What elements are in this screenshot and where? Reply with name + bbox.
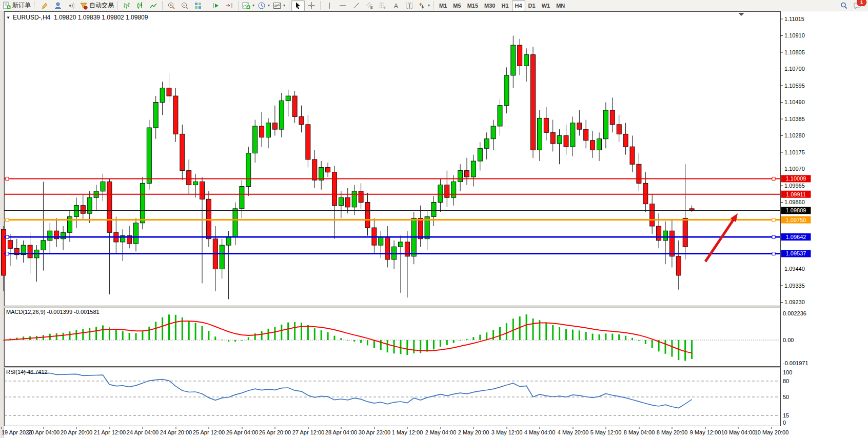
candle <box>445 185 449 197</box>
candle <box>140 183 145 223</box>
candle <box>438 185 443 202</box>
arrows-icon <box>418 2 426 10</box>
cursor-tool-button[interactable] <box>291 0 305 11</box>
candle <box>676 256 681 275</box>
horizontal-line-tool-button[interactable] <box>336 0 349 11</box>
candle <box>292 96 297 116</box>
svg-text:3 May 12:00: 3 May 12:00 <box>491 429 523 435</box>
crosshair-tool-button[interactable] <box>305 0 318 11</box>
highlighter-button[interactable] <box>38 0 51 11</box>
zoom-out-icon <box>181 2 189 10</box>
candle <box>332 172 337 206</box>
timeframe-h4-button[interactable]: H4 <box>512 0 525 11</box>
timeframe-m1-button[interactable]: M1 <box>436 0 450 11</box>
trendline-tool-button[interactable] <box>349 0 363 11</box>
timeframe-h1-button[interactable]: H1 <box>498 0 511 11</box>
candle <box>87 197 92 213</box>
svg-text:A: A <box>394 2 398 9</box>
search-button[interactable] <box>837 0 851 11</box>
candle <box>28 245 32 258</box>
candle <box>352 191 357 207</box>
timeframe-label: W1 <box>540 3 552 9</box>
timeframe-m30-button[interactable]: M30 <box>481 0 498 11</box>
publisher-button[interactable] <box>51 0 65 11</box>
candle <box>187 171 191 185</box>
signals-button[interactable] <box>65 0 78 11</box>
candle <box>590 141 595 150</box>
timeframe-m5-button[interactable]: M5 <box>450 0 464 11</box>
svg-text:26 Apr 20:00: 26 Apr 20:00 <box>259 429 291 435</box>
svg-text:T: T <box>408 3 411 9</box>
auto-scroll-button[interactable] <box>209 0 223 11</box>
svg-text:9 May 12:00: 9 May 12:00 <box>690 429 721 435</box>
time-axis: 19 Apr 202320 Apr 04:0020 Apr 20:0021 Ap… <box>2 427 788 435</box>
candle <box>226 237 231 245</box>
svg-text:4 May 20:00: 4 May 20:00 <box>558 429 589 435</box>
timeframe-d1-button[interactable]: D1 <box>525 0 539 11</box>
channel-icon: E <box>365 2 373 10</box>
tile-windows-button[interactable] <box>191 0 205 11</box>
svg-text:1.09537: 1.09537 <box>786 250 806 256</box>
auto-trading-button[interactable]: 自动交易 <box>78 0 115 11</box>
svg-text:10 May 04:00: 10 May 04:00 <box>721 429 756 435</box>
candle <box>399 242 403 247</box>
candle <box>431 202 436 216</box>
candle <box>260 126 264 137</box>
svg-text:1.09230: 1.09230 <box>784 299 805 305</box>
svg-text:20 Apr 20:00: 20 Apr 20:00 <box>61 429 92 435</box>
indicators-button[interactable]: ▾ <box>241 0 256 11</box>
svg-text:5 May 12:00: 5 May 12:00 <box>590 429 622 435</box>
svg-text:0.00: 0.00 <box>783 337 794 343</box>
equidistant-channel-tool-button[interactable]: E <box>363 0 376 11</box>
svg-text:1.10595: 1.10595 <box>784 83 805 89</box>
candle <box>531 55 536 150</box>
candle <box>630 147 635 164</box>
zoom-out-button[interactable] <box>178 0 191 11</box>
search-icon <box>840 2 848 10</box>
candle <box>663 231 668 241</box>
fibonacci-tool-button[interactable]: F <box>376 0 389 11</box>
chart-dropdown-icon[interactable]: ▼ <box>6 15 10 20</box>
svg-text:30 Apr 23:00: 30 Apr 23:00 <box>359 429 390 435</box>
candle <box>570 123 575 147</box>
svg-text:21 Apr 12:00: 21 Apr 12:00 <box>94 429 126 435</box>
candle <box>689 209 694 210</box>
timeframe-m15-button[interactable]: M15 <box>464 0 481 11</box>
text-label-icon: T <box>405 2 413 10</box>
candlestick-mode-button[interactable] <box>133 0 147 11</box>
candle <box>603 110 608 139</box>
tile-windows-icon <box>194 2 202 10</box>
chart-canvas[interactable]: 1.110151.109101.108051.107001.105951.104… <box>0 0 868 438</box>
notifications-button[interactable]: 1 <box>851 0 864 11</box>
svg-text:1.10490: 1.10490 <box>784 99 805 105</box>
candle <box>220 245 224 269</box>
chart-shift-button[interactable] <box>223 0 236 11</box>
auto-scroll-icon <box>212 2 220 10</box>
dropdown-caret-icon: ▾ <box>428 3 430 8</box>
chart-title: ▼EURUSD-,H4 1.09820 1.09839 1.09802 1.09… <box>6 14 148 21</box>
zoom-in-icon <box>167 2 175 10</box>
text-tool-button[interactable]: A <box>389 0 403 11</box>
candle <box>379 237 383 245</box>
timeframe-mn-button[interactable]: MN <box>553 0 568 11</box>
templates-button[interactable]: ▾ <box>271 0 287 11</box>
vertical-line-tool-button[interactable] <box>323 0 336 11</box>
bar-chart-mode-button[interactable] <box>120 0 133 11</box>
arrows-tool-button[interactable]: ▾ <box>416 0 431 11</box>
candle <box>623 134 628 147</box>
zoom-in-button[interactable] <box>165 0 178 11</box>
svg-text:24 Apr 04:00: 24 Apr 04:00 <box>127 429 159 435</box>
new-order-button[interactable]: 新订单 <box>1 0 32 11</box>
timeframe-label: H1 <box>500 3 510 9</box>
candle <box>246 153 251 187</box>
text-label-tool-button[interactable]: T <box>403 0 416 11</box>
timeframe-w1-button[interactable]: W1 <box>539 0 554 11</box>
candle <box>74 206 78 217</box>
svg-text:1.10280: 1.10280 <box>784 132 805 138</box>
line-chart-mode-button[interactable] <box>147 0 160 11</box>
candle <box>643 183 648 204</box>
candle <box>451 182 456 197</box>
periods-button[interactable]: ▾ <box>256 0 271 11</box>
candle <box>339 197 343 205</box>
signals-icon <box>67 2 75 10</box>
